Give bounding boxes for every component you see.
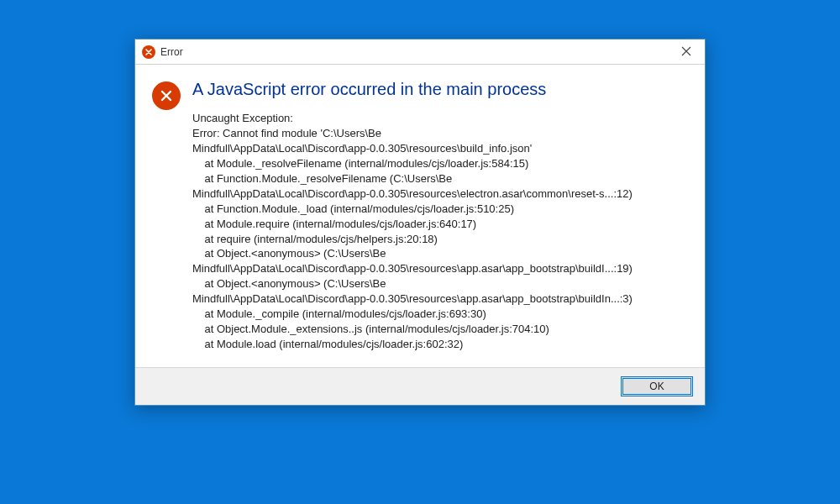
titlebar[interactable]: Error: [135, 39, 705, 65]
error-icon: [152, 81, 181, 110]
error-message: Uncaught Exception: Error: Cannot find m…: [192, 111, 688, 352]
close-icon: [681, 45, 691, 60]
error-icon: [142, 45, 155, 59]
dialog-content: A JavaScript error occurred in the main …: [135, 65, 705, 364]
window-title: Error: [160, 46, 667, 58]
ok-button[interactable]: OK: [621, 376, 693, 396]
error-heading: A JavaScript error occurred in the main …: [192, 80, 688, 99]
error-dialog: Error A JavaScript error occurred in the…: [134, 39, 706, 406]
dialog-footer: OK: [135, 368, 705, 405]
content-body: A JavaScript error occurred in the main …: [192, 80, 688, 352]
close-button[interactable]: [667, 39, 705, 65]
